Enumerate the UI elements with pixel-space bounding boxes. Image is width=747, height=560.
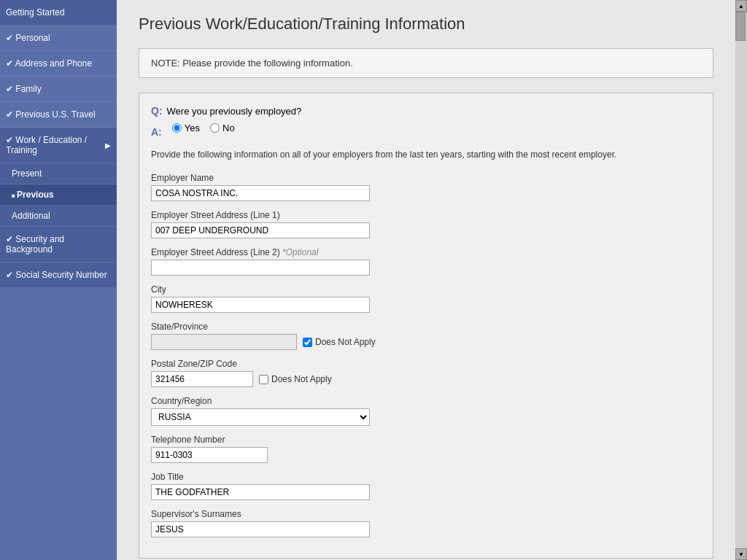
radio-yes-label[interactable]: Yes	[172, 122, 200, 133]
postal-label: Postal Zone/ZIP Code	[151, 359, 701, 369]
postal-field-with-check: Does Not Apply	[151, 371, 701, 387]
country-label: Country/Region	[151, 396, 701, 406]
sidebar-item-personal[interactable]: ✔ Personal	[0, 26, 117, 51]
country-field: Country/Region RUSSIA UNITED STATES OTHE…	[151, 396, 701, 426]
optional-label: *Optional	[282, 247, 318, 257]
scroll-down-button[interactable]: ▼	[735, 548, 747, 560]
postal-input[interactable]	[151, 371, 253, 387]
sidebar-item-previous-us-travel[interactable]: ✔ Previous U.S. Travel	[0, 102, 117, 128]
employer-name-field: Employer Name	[151, 173, 701, 201]
sidebar-subitem-label: Present	[12, 168, 42, 179]
phone-input[interactable]	[151, 447, 268, 463]
state-input[interactable]	[151, 334, 297, 350]
street1-field: Employer Street Address (Line 1)	[151, 210, 701, 238]
sidebar-item-address-phone[interactable]: ✔ Address and Phone	[0, 51, 117, 77]
street2-input[interactable]	[151, 260, 370, 276]
city-label: City	[151, 284, 701, 295]
supervisor-field: Supervisor's Surnames	[151, 509, 701, 537]
phone-field: Telephone Number	[151, 435, 701, 463]
sidebar-item-family[interactable]: ✔ Family	[0, 77, 117, 102]
employer-name-label: Employer Name	[151, 173, 701, 183]
radio-yes-text: Yes	[185, 122, 200, 133]
sidebar-item-label: ✔ Security and Background	[6, 234, 111, 254]
page-title: Previous Work/Education/Training Informa…	[139, 15, 713, 34]
sidebar-item-label: ✔ Personal	[6, 33, 50, 43]
job-title-label: Job Title	[151, 472, 701, 482]
question-text: Were you previously employed?	[167, 106, 302, 117]
supervisor-label: Supervisor's Surnames	[151, 509, 701, 519]
state-field: State/Province Does Not Apply	[151, 322, 701, 350]
sidebar-item-security-background[interactable]: ✔ Security and Background	[0, 227, 117, 262]
scrollbar[interactable]: ▲ ▼	[735, 0, 747, 560]
sidebar-subitem-present[interactable]: Present	[0, 163, 117, 184]
sidebar-subitem-additional[interactable]: Additional	[0, 206, 117, 227]
sidebar-item-label: ✔ Family	[6, 84, 42, 94]
sidebar-subitem-label: Additional	[12, 211, 50, 221]
phone-label: Telephone Number	[151, 435, 701, 445]
sidebar-subitem-label: Previous	[17, 190, 54, 200]
postal-does-not-apply-label[interactable]: Does Not Apply	[259, 374, 332, 384]
country-select[interactable]: RUSSIA UNITED STATES OTHER	[151, 408, 370, 426]
supervisor-input[interactable]	[151, 521, 370, 537]
scroll-track[interactable]	[735, 12, 747, 548]
city-field: City	[151, 284, 701, 313]
radio-group-employed: Yes No	[172, 122, 235, 133]
info-text: Provide the following information on all…	[151, 148, 701, 161]
street1-label: Employer Street Address (Line 1)	[151, 210, 701, 220]
city-input[interactable]	[151, 297, 370, 313]
sidebar-item-label: ✔ Previous U.S. Travel	[6, 109, 96, 120]
main-content: Previous Work/Education/Training Informa…	[117, 0, 735, 560]
form-section: Q: Were you previously employed? A: Yes …	[139, 93, 713, 559]
radio-no-text: No	[222, 122, 235, 133]
state-does-not-apply-checkbox[interactable]	[303, 338, 312, 347]
employer-name-input[interactable]	[151, 185, 370, 201]
note-box: NOTE: Please provide the following infor…	[139, 48, 713, 78]
state-does-not-apply-text: Does Not Apply	[315, 337, 376, 347]
job-title-input[interactable]	[151, 484, 370, 500]
postal-does-not-apply-text: Does Not Apply	[271, 374, 332, 384]
sidebar-item-social-security[interactable]: ✔ Social Security Number	[0, 262, 117, 288]
radio-no[interactable]	[210, 123, 220, 133]
sidebar-item-work-education[interactable]: ✔ Work / Education / Training ▶	[0, 128, 117, 163]
radio-no-label[interactable]: No	[210, 122, 235, 133]
street1-input[interactable]	[151, 222, 370, 238]
content-area: Previous Work/Education/Training Informa…	[117, 0, 735, 560]
scroll-up-button[interactable]: ▲	[735, 0, 747, 12]
note-text: NOTE: Please provide the following infor…	[151, 58, 353, 69]
sidebar-item-label: ✔ Social Security Number	[6, 270, 107, 280]
chevron-right-icon: ▶	[105, 141, 111, 149]
street2-label: Employer Street Address (Line 2) *Option…	[151, 247, 701, 257]
state-label: State/Province	[151, 322, 701, 332]
radio-yes[interactable]	[172, 123, 182, 133]
state-field-with-check: Does Not Apply	[151, 334, 701, 350]
job-title-field: Job Title	[151, 472, 701, 500]
sidebar-item-label: Getting Started	[6, 7, 65, 18]
street2-field: Employer Street Address (Line 2) *Option…	[151, 247, 701, 276]
question-row: Q: Were you previously employed?	[151, 105, 701, 117]
sidebar: Getting Started ✔ Personal ✔ Address and…	[0, 0, 117, 560]
postal-does-not-apply-checkbox[interactable]	[259, 375, 268, 384]
sidebar-item-getting-started[interactable]: Getting Started	[0, 0, 117, 26]
sidebar-item-label: ✔ Address and Phone	[6, 58, 92, 69]
state-does-not-apply-label[interactable]: Does Not Apply	[303, 337, 376, 347]
scroll-thumb[interactable]	[735, 12, 746, 41]
a-label: A:	[151, 126, 162, 138]
sidebar-item-label: ✔ Work / Education / Training	[6, 135, 105, 155]
postal-field: Postal Zone/ZIP Code Does Not Apply	[151, 359, 701, 387]
q-label: Q:	[151, 105, 163, 117]
sidebar-subitem-previous[interactable]: Previous	[0, 184, 117, 206]
